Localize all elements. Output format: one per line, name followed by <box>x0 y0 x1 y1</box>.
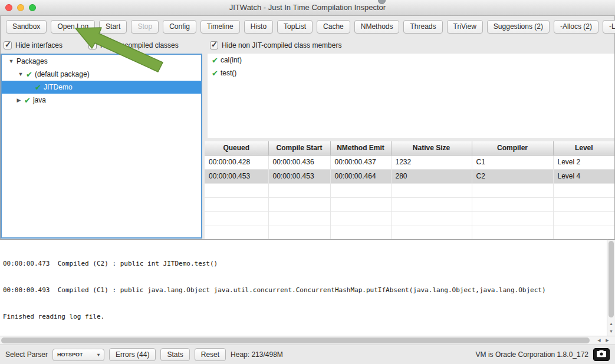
table-row-empty <box>205 197 614 211</box>
hide-interfaces-checkbox[interactable]: ✓ Hide interfaces <box>4 41 63 49</box>
disclosure-expanded-icon[interactable]: ▼ <box>17 71 24 77</box>
screenshot-button[interactable] <box>593 348 610 361</box>
tree-item-label: (default package) <box>35 70 90 78</box>
stop-button: Stop <box>131 20 159 34</box>
hide-uncompiled-checkbox[interactable]: ✓ Hide uncompiled classes <box>88 41 179 49</box>
cell-compile-start: 00:00:00.453 <box>268 169 330 183</box>
locks-button[interactable]: -Locks (0) <box>603 20 615 34</box>
tree-item-java[interactable]: ▶ ✔ java <box>2 94 201 107</box>
column-header-level[interactable]: Level <box>553 141 614 155</box>
stats-button[interactable]: Stats <box>160 348 189 361</box>
scrollbar-arrows: ◀ ▶ <box>595 336 611 345</box>
suggestions-button[interactable]: Suggestions (2) <box>487 20 550 34</box>
column-header-compile-start[interactable]: Compile Start <box>268 141 330 155</box>
scroll-right-arrow-icon[interactable]: ▶ <box>603 336 611 345</box>
zoom-window-button[interactable] <box>29 4 36 11</box>
threads-button[interactable]: Threads <box>403 20 442 34</box>
close-window-button[interactable] <box>5 4 12 11</box>
cell-queued: 00:00:00.453 <box>205 169 268 183</box>
member-item-test[interactable]: ✔ test() <box>208 67 614 80</box>
package-tree: ▼ Packages ▼ ✔ (default package) ✔ JITDe… <box>1 54 202 239</box>
compiled-check-icon: ✔ <box>26 70 32 79</box>
scroll-down-arrow-icon[interactable]: ▼ <box>607 327 615 335</box>
allocs-button[interactable]: -Allocs (2) <box>554 20 598 34</box>
cell-native-size: 280 <box>391 169 472 183</box>
parser-value: HOTSPOT <box>57 352 83 358</box>
disclosure-collapsed-icon[interactable]: ▶ <box>15 97 22 103</box>
left-filter-row: ✓ Hide interfaces ✓ Hide uncompiled clas… <box>4 41 179 49</box>
column-header-native-size[interactable]: Native Size <box>391 141 472 155</box>
start-button[interactable]: Start <box>99 20 127 34</box>
hide-non-jit-label: Hide non JIT-compiled class members <box>222 41 341 49</box>
toplist-button[interactable]: TopList <box>277 20 313 34</box>
cache-button[interactable]: Cache <box>317 20 350 34</box>
compiled-check-icon: ✔ <box>212 69 218 78</box>
window-controls <box>5 4 36 11</box>
cell-compile-start: 00:00:00.436 <box>268 155 330 169</box>
cell-queued: 00:00:00.428 <box>205 155 268 169</box>
column-header-compiler[interactable]: Compiler <box>472 141 553 155</box>
minimize-window-button[interactable] <box>17 4 24 11</box>
open-log-button[interactable]: Open Log <box>51 20 95 34</box>
sandbox-button[interactable]: Sandbox <box>6 20 47 34</box>
nmethods-button[interactable]: NMethods <box>354 20 400 34</box>
right-filter-row: ✓ Hide non JIT-compiled class members <box>210 41 341 49</box>
cell-native-size: 1232 <box>391 155 472 169</box>
checkbox-checked-icon: ✓ <box>210 41 218 49</box>
scrollbar-thumb[interactable] <box>609 241 614 317</box>
tree-item-label: Packages <box>17 57 48 65</box>
log-vertical-scrollbar[interactable]: ▲ ▼ <box>607 239 615 336</box>
jitwatch-window: JITWatch - Just In Time Compilation Insp… <box>0 0 615 364</box>
camera-icon <box>596 350 607 359</box>
scroll-up-arrow-icon[interactable]: ▲ <box>607 320 615 327</box>
timeline-button[interactable]: Timeline <box>200 20 240 34</box>
disclosure-expanded-icon[interactable]: ▼ <box>8 58 15 64</box>
config-button[interactable]: Config <box>163 20 196 34</box>
class-member-list: ✔ cal(int) ✔ test() <box>208 54 614 138</box>
hide-uncompiled-label: Hide uncompiled classes <box>100 41 179 49</box>
column-header-queued[interactable]: Queued <box>205 141 268 155</box>
histo-button[interactable]: Histo <box>244 20 273 34</box>
table-header-row: Queued Compile Start NMethod Emit Native… <box>205 141 614 155</box>
hide-non-jit-checkbox[interactable]: ✓ Hide non JIT-compiled class members <box>210 41 341 49</box>
reset-button[interactable]: Reset <box>195 348 226 361</box>
table-row[interactable]: 00:00:00.428 00:00:00.436 00:00:00.437 1… <box>205 155 614 169</box>
checkbox-checked-icon: ✓ <box>4 41 12 49</box>
table-row-empty <box>205 211 614 226</box>
titlebar[interactable]: JITWatch - Just In Time Compilation Insp… <box>0 0 615 16</box>
scrollbar-arrows: ▲ ▼ <box>607 320 615 335</box>
cell-nmethod-emit: 00:00:00.464 <box>330 169 391 183</box>
scrollbar-thumb[interactable] <box>1 337 590 343</box>
compilation-table: Queued Compile Start NMethod Emit Native… <box>205 141 614 239</box>
cell-level: Level 2 <box>553 155 614 169</box>
tree-item-label: java <box>33 96 46 104</box>
tree-item-jitdemo[interactable]: ✔ JITDemo <box>2 81 201 94</box>
table-row-empty <box>205 226 614 239</box>
select-parser-label: Select Parser <box>5 350 48 359</box>
errors-button[interactable]: Errors (44) <box>109 348 156 361</box>
log-line: 00:00:00.493 Compiled (C1) : public java… <box>3 286 604 294</box>
window-title: JITWatch - Just In Time Compilation Insp… <box>0 0 615 15</box>
scroll-left-arrow-icon[interactable]: ◀ <box>595 336 603 345</box>
heap-label: Heap: 213/498M <box>231 350 283 359</box>
log-horizontal-scrollbar[interactable]: ◀ ▶ <box>0 336 615 345</box>
cell-compiler: C2 <box>472 169 553 183</box>
tree-item-default-package[interactable]: ▼ ✔ (default package) <box>2 68 201 81</box>
tree-item-packages[interactable]: ▼ Packages <box>2 55 201 68</box>
cell-level: Level 4 <box>553 169 614 183</box>
compiled-check-icon: ✔ <box>35 83 41 92</box>
compiled-check-icon: ✔ <box>212 56 218 65</box>
chevron-down-icon: ▾ <box>97 352 100 358</box>
column-header-nmethod-emit[interactable]: NMethod Emit <box>330 141 391 155</box>
compiled-check-icon: ✔ <box>24 96 31 105</box>
status-bar: Select Parser HOTSPOT ▾ Errors (44) Stat… <box>0 345 615 364</box>
triview-button[interactable]: TriView <box>447 20 483 34</box>
cell-nmethod-emit: 00:00:00.437 <box>330 155 391 169</box>
table-row-selected[interactable]: 00:00:00.453 00:00:00.453 00:00:00.464 2… <box>205 169 614 183</box>
cell-compiler: C1 <box>472 155 553 169</box>
log-output[interactable]: 00:00:00.473 Compiled (C2) : public int … <box>0 239 607 336</box>
parser-select[interactable]: HOTSPOT ▾ <box>52 349 104 361</box>
table-row-empty <box>205 183 614 197</box>
checkbox-checked-icon: ✓ <box>88 41 97 49</box>
member-item-cal[interactable]: ✔ cal(int) <box>208 54 614 67</box>
